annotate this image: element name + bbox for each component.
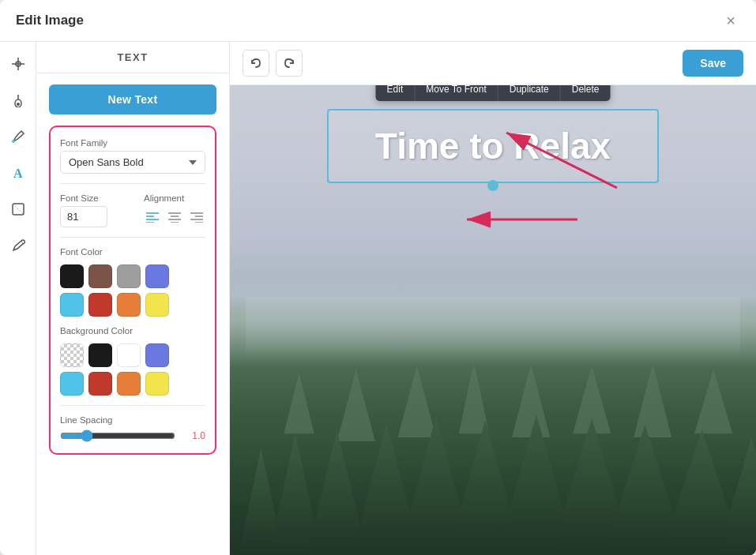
divider-3 <box>60 405 205 406</box>
line-spacing-row: 1.0 <box>60 429 205 442</box>
undo-button[interactable] <box>243 50 269 77</box>
font-family-label: Font Family <box>60 138 205 148</box>
font-family-select[interactable]: Open Sans Bold Arial Times New Roman Geo… <box>60 151 205 174</box>
font-size-align-row: Font Size Alignment <box>60 193 205 227</box>
trees-svg <box>230 297 756 555</box>
modal-title: Edit Image <box>16 13 84 28</box>
bg-color-swatches <box>60 343 205 396</box>
bg-color-swatch-5[interactable] <box>60 372 84 396</box>
close-button[interactable]: × <box>721 11 740 30</box>
svg-rect-20 <box>246 297 740 358</box>
canvas-text: Time to Relax <box>375 126 611 167</box>
image-canvas[interactable]: Edit Move To Front Duplicate Delete Time… <box>230 85 756 555</box>
tools-sidebar: A <box>0 42 36 555</box>
modal-body: A TEXT New Text <box>0 42 756 555</box>
bg-color-swatch-4[interactable] <box>145 343 169 367</box>
font-size-label: Font Size <box>60 193 133 203</box>
line-spacing-slider[interactable] <box>60 429 175 442</box>
align-right-button[interactable] <box>188 209 205 227</box>
resize-handle[interactable] <box>487 180 498 191</box>
modal-header: Edit Image × <box>0 0 756 42</box>
font-color-swatch-4[interactable] <box>145 264 169 288</box>
text-box[interactable]: Time to Relax <box>327 109 659 183</box>
paint-tool-button[interactable] <box>6 124 31 149</box>
background-color-section: Background Color <box>60 326 205 396</box>
canvas-toolbar: Save <box>230 42 756 85</box>
text-tool-button[interactable]: A <box>6 160 31 186</box>
bg-color-swatch-3[interactable] <box>117 343 141 367</box>
alignment-label: Alignment <box>144 193 205 203</box>
svg-marker-21 <box>284 373 314 433</box>
font-color-swatch-1[interactable] <box>60 264 84 288</box>
dropper-tool-button[interactable] <box>6 88 31 113</box>
alignment-group: Alignment <box>144 193 205 227</box>
svg-marker-22 <box>337 369 375 441</box>
bg-color-swatch-7[interactable] <box>117 372 141 396</box>
canvas-area: Save <box>230 42 756 555</box>
align-left-button[interactable] <box>144 209 161 227</box>
svg-marker-27 <box>634 363 671 437</box>
svg-point-5 <box>12 140 15 143</box>
context-move-front-button[interactable]: Move To Front <box>415 85 498 101</box>
font-size-input[interactable] <box>60 206 107 227</box>
svg-text:A: A <box>13 167 23 180</box>
svg-point-4 <box>17 103 20 106</box>
line-spacing-label: Line Spacing <box>60 415 205 425</box>
line-spacing-section: Line Spacing 1.0 <box>60 415 205 442</box>
shapes-tool-button[interactable] <box>6 197 31 222</box>
font-color-swatch-6[interactable] <box>88 293 112 317</box>
font-color-section: Font Color <box>60 247 205 317</box>
font-color-label: Font Color <box>60 247 205 257</box>
font-size-group: Font Size <box>60 193 133 227</box>
svg-marker-25 <box>512 363 550 437</box>
font-color-swatch-5[interactable] <box>60 293 84 317</box>
svg-marker-23 <box>398 365 436 437</box>
font-color-swatch-3[interactable] <box>117 264 141 288</box>
svg-marker-28 <box>694 369 732 433</box>
redo-button[interactable] <box>276 50 303 77</box>
modal-container: Edit Image × <box>0 0 756 555</box>
divider-1 <box>60 183 205 184</box>
context-delete-button[interactable]: Delete <box>561 85 611 101</box>
new-text-button[interactable]: New Text <box>49 84 216 114</box>
context-duplicate-button[interactable]: Duplicate <box>498 85 561 101</box>
align-buttons <box>144 209 205 227</box>
divider-2 <box>60 237 205 238</box>
text-overlay-container[interactable]: Edit Move To Front Duplicate Delete Time… <box>327 109 659 183</box>
font-color-swatches <box>60 264 205 317</box>
bg-color-swatch-6[interactable] <box>88 372 112 396</box>
font-color-swatch-2[interactable] <box>88 264 112 288</box>
font-family-section: Font Family Open Sans Bold Arial Times N… <box>60 138 205 174</box>
bg-color-swatch-8[interactable] <box>145 372 169 396</box>
save-button[interactable]: Save <box>683 50 743 77</box>
font-color-swatch-8[interactable] <box>145 293 169 317</box>
text-options-box: Font Family Open Sans Bold Arial Times N… <box>49 126 216 455</box>
bg-color-swatch-transparent[interactable] <box>60 343 84 367</box>
text-tab[interactable]: TEXT <box>36 42 229 73</box>
bg-color-label: Background Color <box>60 326 205 336</box>
context-edit-button[interactable]: Edit <box>376 85 416 101</box>
sticker-tool-button[interactable] <box>6 233 31 258</box>
panel-content: New Text Font Family Open Sans Bold Aria… <box>36 73 229 466</box>
font-color-swatch-7[interactable] <box>117 293 141 317</box>
text-panel: TEXT New Text Font Family Open Sans Bold… <box>36 42 230 555</box>
text-context-menu: Edit Move To Front Duplicate Delete <box>376 85 611 101</box>
line-spacing-value: 1.0 <box>183 430 205 441</box>
align-center-button[interactable] <box>166 209 183 227</box>
bg-color-swatch-2[interactable] <box>88 343 112 367</box>
crosshair-tool-button[interactable] <box>6 51 31 77</box>
